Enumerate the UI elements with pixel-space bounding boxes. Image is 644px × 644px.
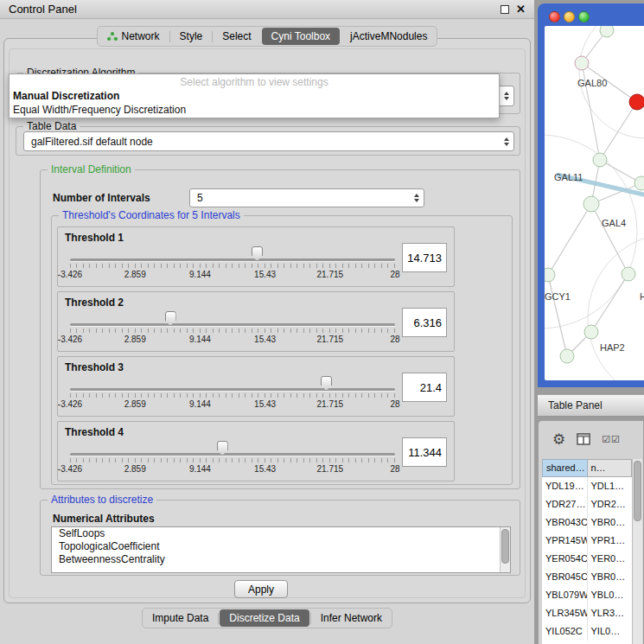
- node-labels: GAL80 GAL11 GAL4 GCY1 HAP2 H: [545, 78, 644, 353]
- cell[interactable]: YER054C: [542, 550, 588, 568]
- network-node[interactable]: [560, 349, 574, 363]
- table-scrollbar[interactable]: [632, 459, 642, 644]
- tab-jactivemnodules[interactable]: jActiveMNodules: [341, 27, 437, 46]
- list-item-betweennesscentrality[interactable]: BetweennessCentrality: [52, 553, 510, 566]
- mac-zoom-button[interactable]: [578, 11, 590, 22]
- table-row[interactable]: YDR27…YDR2…: [542, 495, 632, 513]
- bottom-tab-infer-network[interactable]: Infer Network: [311, 609, 392, 628]
- thresholds-group: Threshold's Coordinates for 5 Intervals …: [51, 215, 513, 485]
- cell[interactable]: YPR145W: [542, 532, 588, 550]
- cell[interactable]: YBR045C: [542, 568, 588, 586]
- cell[interactable]: YBR0…: [588, 513, 633, 532]
- tab-select[interactable]: Select: [213, 27, 260, 46]
- scale-label: 28: [390, 464, 399, 474]
- bottom-tab-discretize-data[interactable]: Discretize Data: [220, 609, 309, 627]
- table-row[interactable]: YBL079WYBL0…: [542, 586, 632, 604]
- network-node[interactable]: [583, 196, 599, 212]
- table-row[interactable]: YBR045CYBR0…: [542, 568, 632, 586]
- table-row[interactable]: YDL19…YDL1…: [542, 477, 632, 495]
- scale-label: 21.715: [317, 270, 344, 279]
- thresholds-group-title: Threshold's Coordinates for 5 Intervals: [59, 209, 244, 222]
- table-row[interactable]: YBR043CYBR0…: [542, 513, 632, 532]
- cell[interactable]: YDR2…: [588, 495, 633, 513]
- cell[interactable]: YDL1…: [588, 477, 633, 495]
- cell[interactable]: YPR1…: [588, 532, 633, 550]
- mac-minimize-button[interactable]: [564, 11, 575, 22]
- mac-close-button[interactable]: [549, 11, 560, 22]
- tab-network[interactable]: Network: [98, 27, 169, 46]
- cell[interactable]: YBL0…: [588, 586, 633, 604]
- table-row[interactable]: YPR145WYPR1…: [542, 532, 632, 550]
- slider-scale: -3.426 2.859 9.144 15.43 21.715 28: [70, 399, 395, 411]
- selected-node[interactable]: [629, 94, 644, 110]
- cell[interactable]: YER0…: [588, 550, 633, 568]
- network-node[interactable]: [545, 268, 555, 282]
- tab-label: Network: [122, 30, 160, 42]
- node-label-gal11: GAL11: [554, 172, 583, 182]
- tab-style[interactable]: Style: [170, 27, 213, 46]
- cell[interactable]: YIL0…: [588, 622, 633, 641]
- list-scrollbar[interactable]: [500, 527, 510, 572]
- column-header-name[interactable]: n…: [588, 459, 633, 477]
- cell[interactable]: YDR27…: [542, 495, 588, 513]
- dropdown-placeholder: Select algorithm to view settings: [10, 74, 499, 89]
- slider-track[interactable]: [70, 258, 395, 261]
- attributes-listbox[interactable]: SelfLoops TopologicalCoefficient Between…: [51, 526, 511, 573]
- column-header-shared-name[interactable]: shared…: [542, 459, 588, 477]
- table-row[interactable]: YLR345WYLR3…: [542, 604, 632, 622]
- network-node[interactable]: [622, 267, 635, 281]
- scrollbar-thumb[interactable]: [634, 461, 641, 521]
- threshold-1-slider[interactable]: -3.426 2.859 9.144 15.43 21.715 28: [70, 250, 395, 284]
- slider-track[interactable]: [70, 453, 395, 456]
- scale-label: 9.144: [189, 399, 211, 409]
- threshold-2-slider[interactable]: -3.426 2.859 9.144 15.43 21.715 28: [70, 315, 395, 349]
- node-label-hap2: HAP2: [600, 342, 625, 353]
- table-settings-gear-icon[interactable]: ⚙: [552, 432, 565, 447]
- slider-track[interactable]: [70, 323, 395, 326]
- network-node[interactable]: [584, 325, 598, 339]
- cell[interactable]: YBR043C: [542, 513, 588, 532]
- threshold-1-value-field[interactable]: [402, 243, 447, 272]
- cell[interactable]: YBR0…: [588, 568, 633, 586]
- threshold-3-panel: Threshold 3 -3.426 2.859 9.144 15.43 21.…: [57, 356, 455, 417]
- threshold-3-value-field[interactable]: [402, 373, 447, 402]
- list-item-topologicalcoefficient[interactable]: TopologicalCoefficient: [52, 540, 510, 553]
- close-icon[interactable]: ✕: [516, 3, 526, 15]
- table-panel-header: Table Panel: [538, 394, 644, 417]
- threshold-2-value-field[interactable]: [402, 308, 447, 337]
- bottom-tab-impute-data[interactable]: Impute Data: [143, 609, 218, 628]
- checkbox-icons[interactable]: ☑☑: [602, 434, 621, 445]
- number-of-intervals-combobox[interactable]: 5: [189, 188, 424, 207]
- table-row[interactable]: YIL052CYIL0…: [542, 622, 632, 641]
- table-row[interactable]: YER054CYER0…: [542, 550, 632, 568]
- scale-label: 15.43: [254, 464, 276, 474]
- dropdown-option-manual-discretization[interactable]: Manual Discretization: [10, 89, 499, 103]
- table-data-combobox[interactable]: galFiltered.sif default node: [23, 131, 514, 151]
- scrollbar-thumb[interactable]: [501, 529, 509, 564]
- cell[interactable]: YLR345W: [542, 604, 588, 622]
- column-selector-icon[interactable]: [577, 433, 590, 445]
- cell[interactable]: YDL19…: [542, 477, 588, 495]
- apply-button[interactable]: Apply: [234, 580, 288, 598]
- float-window-icon[interactable]: [501, 5, 509, 14]
- tab-cyni-toolbox[interactable]: Cyni Toolbox: [262, 28, 340, 45]
- threshold-4-slider[interactable]: -3.426 2.859 9.144 15.43 21.715 28: [70, 444, 395, 479]
- number-of-intervals-value: 5: [197, 192, 203, 204]
- network-node[interactable]: [593, 153, 607, 167]
- network-node[interactable]: [575, 56, 589, 70]
- dropdown-option-equal-width-frequency[interactable]: Equal Width/Frequency Discretization: [10, 103, 499, 117]
- list-item-selfloops[interactable]: SelfLoops: [52, 527, 510, 540]
- scale-label: 2.859: [124, 464, 146, 474]
- number-of-intervals-label: Number of Intervals: [53, 192, 150, 204]
- scale-label: 9.144: [189, 270, 211, 279]
- cell[interactable]: YIL052C: [542, 622, 588, 641]
- network-canvas[interactable]: GAL80 GAL11 GAL4 GCY1 HAP2 H: [545, 26, 644, 380]
- threshold-3-slider[interactable]: -3.426 2.859 9.144 15.43 21.715 28: [70, 379, 395, 414]
- cell[interactable]: YBL079W: [542, 586, 588, 604]
- network-node[interactable]: [600, 26, 614, 37]
- threshold-4-value-field[interactable]: [402, 437, 447, 467]
- network-icon: [107, 31, 118, 41]
- network-node[interactable]: [634, 176, 644, 190]
- cell[interactable]: YLR3…: [588, 604, 633, 622]
- slider-track[interactable]: [70, 388, 395, 391]
